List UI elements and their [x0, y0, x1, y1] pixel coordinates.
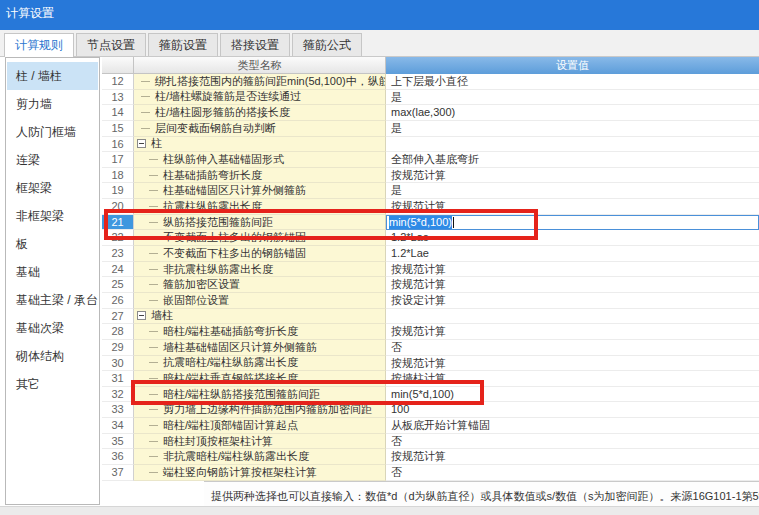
table-row[interactable]: 32 暗柱/端柱纵筋搭接范围箍筋间距 min(5*d,100)	[102, 387, 759, 403]
table-row[interactable]: 26 嵌固部位设置 按设定计算	[102, 293, 759, 309]
edit-selected-text[interactable]: min(5*d,100)	[389, 216, 452, 229]
table-row[interactable]: 20 抗震柱纵筋露出长度 按规范计算	[102, 199, 759, 215]
table-row[interactable]: 18 柱基础插筋弯折长度 按规范计算	[102, 168, 759, 184]
row-number-cell[interactable]: 15	[102, 121, 134, 137]
table-row[interactable]: 37 端柱竖向钢筋计算按框架柱计算 否	[102, 465, 759, 481]
row-number-cell[interactable]: 24	[102, 262, 134, 278]
row-name-cell[interactable]: 暗柱/端柱纵筋搭接范围箍筋间距	[134, 387, 386, 403]
row-number-cell[interactable]: 18	[102, 168, 134, 184]
table-row[interactable]: 24 非抗震柱纵筋露出长度 按规范计算	[102, 262, 759, 278]
row-value-cell[interactable]: max(lae,300)	[386, 105, 759, 121]
row-number-cell[interactable]: 28	[102, 324, 134, 340]
sidebar-item[interactable]: 砌体结构	[7, 342, 98, 370]
row-value-cell[interactable]: 100	[386, 402, 759, 418]
row-value-cell[interactable]: 是	[386, 121, 759, 137]
table-row[interactable]: 19 柱基础锚固区只计算外侧箍筋 是	[102, 183, 759, 199]
row-name-cell[interactable]: 暗柱封顶按框架柱计算	[134, 434, 386, 450]
row-name-cell[interactable]: 柱	[134, 137, 386, 153]
row-value-cell[interactable]: 按规范计算	[386, 277, 759, 293]
row-number-cell[interactable]: 37	[102, 465, 134, 481]
row-name-cell[interactable]: 柱基础插筋弯折长度	[134, 168, 386, 184]
row-name-cell[interactable]: 绑扎搭接范围内的箍筋间距min(5d,100)中，纵筋d的取值	[134, 74, 386, 90]
table-row[interactable]: 30 抗震暗柱/端柱纵筋露出长度 按规范计算	[102, 356, 759, 372]
tab-item[interactable]: 箍筋公式	[292, 33, 362, 56]
row-number-cell[interactable]: 23	[102, 246, 134, 262]
row-number-cell[interactable]: 27	[102, 309, 134, 325]
table-row[interactable]: 27 墙柱	[102, 309, 759, 325]
tab-item[interactable]: 节点设置	[76, 33, 146, 56]
row-name-cell[interactable]: 柱基础锚固区只计算外侧箍筋	[134, 183, 386, 199]
row-value-cell[interactable]: min(5*d,100)	[386, 387, 759, 403]
row-name-cell[interactable]: 抗震柱纵筋露出长度	[134, 199, 386, 215]
sidebar-item[interactable]: 其它	[7, 370, 98, 398]
table-row[interactable]: 17 柱纵筋伸入基础锚固形式 全部伸入基底弯折	[102, 152, 759, 168]
row-value-cell[interactable]: 按规范计算	[386, 168, 759, 184]
row-value-cell[interactable]: 是	[386, 90, 759, 106]
row-number-cell[interactable]: 22	[102, 230, 134, 246]
row-number-cell[interactable]: 35	[102, 434, 134, 450]
table-row[interactable]: 36 非抗震暗柱/端柱纵筋露出长度 按规范计算	[102, 449, 759, 465]
row-number-cell[interactable]: 13	[102, 90, 134, 106]
row-name-cell[interactable]: 暗柱/端柱顶部锚固计算起点	[134, 418, 386, 434]
table-row[interactable]: 34 暗柱/端柱顶部锚固计算起点 从板底开始计算锚固	[102, 418, 759, 434]
collapse-minus-icon[interactable]	[137, 311, 146, 320]
row-name-cell[interactable]: 墙柱	[134, 309, 386, 325]
sidebar-item[interactable]: 非框架梁	[7, 202, 98, 230]
table-row[interactable]: 35 暗柱封顶按框架柱计算 否	[102, 434, 759, 450]
row-value-cell[interactable]: 按规范计算	[386, 262, 759, 278]
row-name-cell[interactable]: 不变截面上柱多出的钢筋锚固	[134, 230, 386, 246]
row-value-cell[interactable]	[386, 137, 759, 153]
tab-item[interactable]: 计算规则	[4, 33, 74, 57]
row-number-cell[interactable]: 20	[102, 199, 134, 215]
sidebar-item[interactable]: 框架梁	[7, 174, 98, 202]
row-number-cell[interactable]: 33	[102, 402, 134, 418]
row-value-cell[interactable]: 1.2*Lae	[386, 230, 759, 246]
row-name-cell[interactable]: 端柱竖向钢筋计算按框架柱计算	[134, 465, 386, 481]
row-value-cell[interactable]: 否	[386, 434, 759, 450]
row-value-cell[interactable]: 上下层最小直径	[386, 74, 759, 90]
row-value-cell[interactable]: 按设定计算	[386, 293, 759, 309]
row-name-cell[interactable]: 箍筋加密区设置	[134, 277, 386, 293]
table-row[interactable]: 22 不变截面上柱多出的钢筋锚固 1.2*Lae	[102, 230, 759, 246]
table-row[interactable]: 21 纵筋搭接范围箍筋间距 min(5*d,100)	[102, 215, 759, 231]
row-number-cell[interactable]: 12	[102, 74, 134, 90]
row-value-cell[interactable]: 按规范计算	[386, 324, 759, 340]
row-name-cell[interactable]: 不变截面下柱多出的钢筋锚固	[134, 246, 386, 262]
row-number-cell[interactable]: 16	[102, 137, 134, 153]
row-number-cell[interactable]: 25	[102, 277, 134, 293]
row-value-cell[interactable]: 按墙柱计算	[386, 371, 759, 387]
row-value-cell[interactable]: 从板底开始计算锚固	[386, 418, 759, 434]
row-name-cell[interactable]: 柱纵筋伸入基础锚固形式	[134, 152, 386, 168]
sidebar-item[interactable]: 板	[7, 230, 98, 258]
table-row[interactable]: 13 柱/墙柱螺旋箍筋是否连续通过 是	[102, 90, 759, 106]
sidebar-item[interactable]: 柱 / 墙柱	[7, 62, 98, 90]
table-row[interactable]: 16 柱	[102, 137, 759, 153]
row-name-cell[interactable]: 非抗震暗柱/端柱纵筋露出长度	[134, 449, 386, 465]
row-name-cell[interactable]: 柱/墙柱圆形箍筋的搭接长度	[134, 105, 386, 121]
row-value-cell[interactable]: 按规范计算	[386, 199, 759, 215]
row-name-cell[interactable]: 剪力墙上边缘构件插筋范围内箍筋加密间距	[134, 402, 386, 418]
table-row[interactable]: 23 不变截面下柱多出的钢筋锚固 1.2*Lae	[102, 246, 759, 262]
row-name-cell[interactable]: 墙柱基础锚固区只计算外侧箍筋	[134, 340, 386, 356]
row-number-cell[interactable]: 31	[102, 371, 134, 387]
row-name-cell[interactable]: 非抗震柱纵筋露出长度	[134, 262, 386, 278]
row-number-cell[interactable]: 19	[102, 183, 134, 199]
row-value-cell[interactable]: 是	[386, 183, 759, 199]
row-number-cell[interactable]: 26	[102, 293, 134, 309]
sidebar-item[interactable]: 基础	[7, 258, 98, 286]
row-value-cell[interactable]	[386, 309, 759, 325]
row-number-cell[interactable]: 17	[102, 152, 134, 168]
row-number-cell[interactable]: 29	[102, 340, 134, 356]
sidebar-item[interactable]: 剪力墙	[7, 90, 98, 118]
row-value-cell[interactable]: 否	[386, 340, 759, 356]
row-number-cell[interactable]: 32	[102, 387, 134, 403]
row-number-cell[interactable]: 30	[102, 356, 134, 372]
row-name-cell[interactable]: 柱/墙柱螺旋箍筋是否连续通过	[134, 90, 386, 106]
sidebar-item[interactable]: 基础次梁	[7, 314, 98, 342]
row-number-cell[interactable]: 34	[102, 418, 134, 434]
table-row[interactable]: 15 层间变截面钢筋自动判断 是	[102, 121, 759, 137]
table-row[interactable]: 25 箍筋加密区设置 按规范计算	[102, 277, 759, 293]
table-row[interactable]: 33 剪力墙上边缘构件插筋范围内箍筋加密间距 100	[102, 402, 759, 418]
table-row[interactable]: 12 绑扎搭接范围内的箍筋间距min(5d,100)中，纵筋d的取值 上下层最小…	[102, 74, 759, 90]
row-name-cell[interactable]: 层间变截面钢筋自动判断	[134, 121, 386, 137]
